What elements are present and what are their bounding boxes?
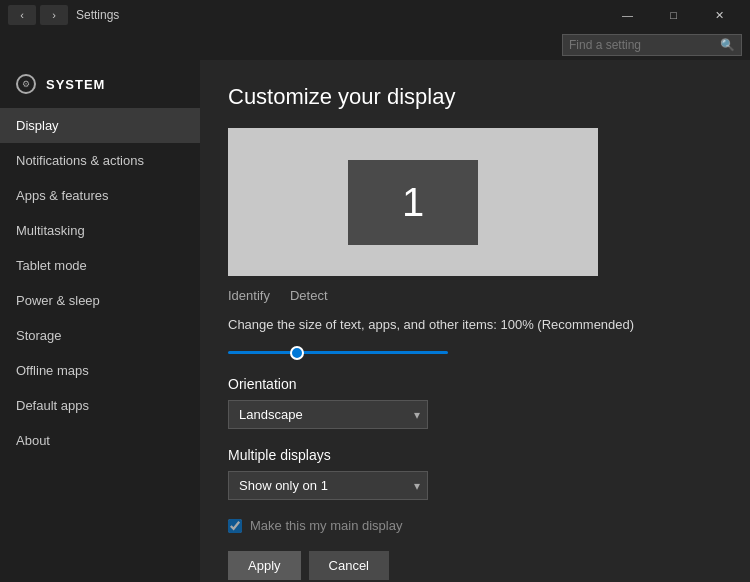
sidebar-item-offline-maps[interactable]: Offline maps (0, 353, 200, 388)
sidebar-item-about[interactable]: About (0, 423, 200, 458)
sidebar-item-apps[interactable]: Apps & features (0, 178, 200, 213)
title-bar-left: ‹ › Settings (8, 5, 119, 25)
sidebar-item-tablet[interactable]: Tablet mode (0, 248, 200, 283)
search-input[interactable] (569, 38, 720, 52)
orientation-select[interactable]: Landscape Portrait Landscape (flipped) P… (228, 400, 428, 429)
identify-button[interactable]: Identify (228, 288, 270, 303)
main-display-checkbox[interactable] (228, 519, 242, 533)
sidebar-item-storage[interactable]: Storage (0, 318, 200, 353)
sidebar: ⚙ SYSTEM Display Notifications & actions… (0, 60, 200, 582)
window-title: Settings (76, 8, 119, 22)
orientation-select-wrapper: Landscape Portrait Landscape (flipped) P… (228, 400, 428, 429)
sidebar-item-notifications[interactable]: Notifications & actions (0, 143, 200, 178)
action-buttons: Apply Cancel (228, 551, 722, 580)
monitor-number: 1 (402, 180, 424, 225)
app-body: ⚙ SYSTEM Display Notifications & actions… (0, 60, 750, 582)
minimize-button[interactable]: — (605, 0, 650, 30)
back-button[interactable]: ‹ (8, 5, 36, 25)
title-bar: ‹ › Settings — □ ✕ (0, 0, 750, 30)
close-button[interactable]: ✕ (697, 0, 742, 30)
scale-section: Change the size of text, apps, and other… (228, 317, 722, 358)
sidebar-item-default-apps[interactable]: Default apps (0, 388, 200, 423)
page-title: Customize your display (228, 84, 722, 110)
content-area: Customize your display 1 Identify Detect… (200, 60, 750, 582)
display-actions: Identify Detect (228, 288, 722, 303)
search-bar: 🔍 (0, 30, 750, 60)
multiple-displays-label: Multiple displays (228, 447, 722, 463)
sidebar-item-multitasking[interactable]: Multitasking (0, 213, 200, 248)
multiple-displays-select[interactable]: Show only on 1 Duplicate these displays … (228, 471, 428, 500)
forward-button[interactable]: › (40, 5, 68, 25)
maximize-button[interactable]: □ (651, 0, 696, 30)
sidebar-header: ⚙ SYSTEM (0, 60, 200, 108)
cancel-button[interactable]: Cancel (309, 551, 389, 580)
sidebar-items: Display Notifications & actions Apps & f… (0, 108, 200, 582)
scale-slider[interactable] (228, 351, 448, 354)
sidebar-item-display[interactable]: Display (0, 108, 200, 143)
scale-label: Change the size of text, apps, and other… (228, 317, 722, 332)
main-display-label: Make this my main display (250, 518, 402, 533)
apply-button[interactable]: Apply (228, 551, 301, 580)
detect-button[interactable]: Detect (290, 288, 328, 303)
multiple-displays-select-wrapper: Show only on 1 Duplicate these displays … (228, 471, 428, 500)
sidebar-title: SYSTEM (46, 77, 105, 92)
orientation-label: Orientation (228, 376, 722, 392)
search-container[interactable]: 🔍 (562, 34, 742, 56)
window-controls: — □ ✕ (605, 0, 742, 30)
display-preview: 1 (228, 128, 598, 276)
main-display-row: Make this my main display (228, 518, 722, 533)
title-bar-nav: ‹ › (8, 5, 68, 25)
system-icon: ⚙ (16, 74, 36, 94)
monitor-box: 1 (348, 160, 478, 245)
sidebar-item-power[interactable]: Power & sleep (0, 283, 200, 318)
search-icon: 🔍 (720, 38, 735, 52)
